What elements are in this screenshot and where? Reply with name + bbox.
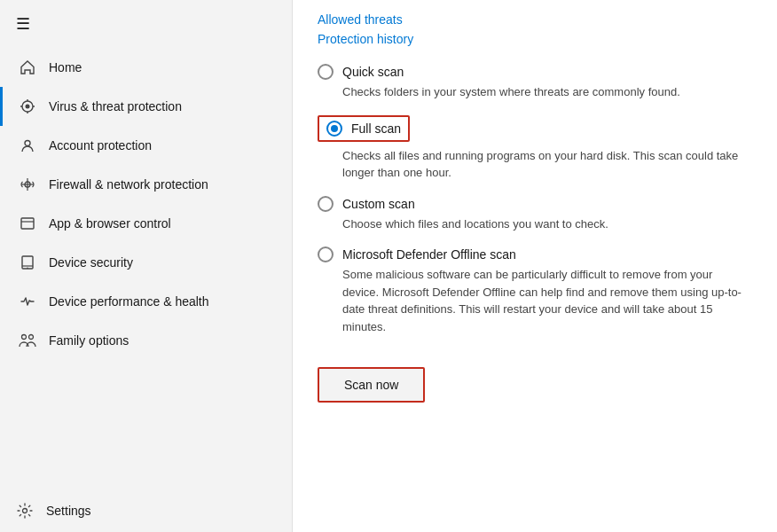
scan-options: Quick scan Checks folders in your system…: [318, 64, 752, 349]
sidebar-item-device-health[interactable]: Device performance & health: [0, 282, 292, 321]
sidebar-item-firewall-label: Firewall & network protection: [49, 177, 208, 192]
offline-scan-label: Microsoft Defender Offline scan: [342, 247, 516, 262]
sidebar: ☰ Home Virus & threat protection: [0, 0, 293, 532]
offline-scan-desc: Some malicious software can be particula…: [342, 266, 752, 335]
custom-scan-desc: Choose which files and locations you wan…: [342, 215, 752, 233]
full-scan-radio[interactable]: [326, 121, 342, 137]
sidebar-item-family[interactable]: Family options: [0, 321, 292, 360]
firewall-icon: [19, 176, 36, 193]
offline-scan-option: Microsoft Defender Offline scan Some mal…: [318, 246, 752, 335]
allowed-threats-link[interactable]: Allowed threats: [318, 12, 752, 27]
settings-icon: [16, 502, 34, 520]
virus-icon: [19, 98, 36, 115]
sidebar-item-account[interactable]: Account protection: [0, 126, 292, 165]
quick-scan-desc: Checks folders in your system where thre…: [342, 83, 752, 101]
sidebar-item-virus[interactable]: Virus & threat protection: [0, 87, 292, 126]
links-section: Allowed threats Protection history: [318, 12, 752, 46]
custom-scan-label: Custom scan: [342, 197, 415, 211]
sidebar-item-virus-label: Virus & threat protection: [49, 99, 182, 113]
svg-point-1: [26, 105, 30, 109]
hamburger-icon: ☰: [16, 14, 30, 34]
family-icon: [19, 332, 36, 349]
sidebar-item-home[interactable]: Home: [0, 48, 292, 87]
device-health-icon: [19, 293, 36, 310]
offline-scan-radio[interactable]: [318, 246, 334, 262]
svg-rect-10: [21, 218, 34, 229]
svg-point-14: [27, 267, 28, 269]
custom-scan-option: Custom scan Choose which files and locat…: [318, 196, 752, 233]
svg-rect-12: [22, 256, 33, 269]
custom-scan-header[interactable]: Custom scan: [318, 196, 752, 212]
scan-now-button[interactable]: Scan now: [318, 367, 425, 403]
sidebar-item-device-security[interactable]: Device security: [0, 243, 292, 282]
sidebar-item-device-health-label: Device performance & health: [49, 294, 209, 309]
settings-label: Settings: [46, 504, 91, 518]
sidebar-item-account-label: Account protection: [49, 138, 152, 153]
svg-point-6: [25, 141, 30, 146]
svg-point-15: [22, 335, 27, 340]
sidebar-item-family-label: Family options: [49, 333, 129, 348]
custom-scan-radio[interactable]: [318, 196, 334, 212]
account-icon: [19, 137, 36, 154]
full-scan-label: Full scan: [351, 121, 401, 136]
sidebar-item-device-security-label: Device security: [49, 255, 133, 270]
protection-history-link[interactable]: Protection history: [318, 32, 752, 46]
full-scan-desc: Checks all files and running programs on…: [342, 147, 752, 182]
device-security-icon: [19, 254, 36, 271]
hamburger-button[interactable]: ☰: [0, 0, 292, 48]
full-scan-option: Full scan Checks all files and running p…: [318, 115, 752, 182]
sidebar-item-home-label: Home: [49, 60, 82, 74]
svg-point-17: [23, 509, 27, 513]
scan-now-section: Scan now: [318, 367, 752, 403]
quick-scan-option: Quick scan Checks folders in your system…: [318, 64, 752, 101]
sidebar-item-browser-label: App & browser control: [49, 216, 171, 231]
main-content: Allowed threats Protection history Quick…: [293, 0, 777, 532]
home-icon: [19, 59, 36, 76]
browser-icon: [19, 215, 36, 232]
quick-scan-header[interactable]: Quick scan: [318, 64, 752, 80]
sidebar-spacer: [0, 360, 292, 489]
offline-scan-header[interactable]: Microsoft Defender Offline scan: [318, 246, 752, 262]
svg-point-16: [29, 335, 34, 340]
settings-item[interactable]: Settings: [0, 489, 292, 532]
sidebar-item-firewall[interactable]: Firewall & network protection: [0, 165, 292, 204]
quick-scan-label: Quick scan: [342, 65, 404, 79]
sidebar-item-browser[interactable]: App & browser control: [0, 204, 292, 243]
quick-scan-radio[interactable]: [318, 64, 334, 80]
full-scan-box[interactable]: Full scan: [318, 115, 410, 142]
